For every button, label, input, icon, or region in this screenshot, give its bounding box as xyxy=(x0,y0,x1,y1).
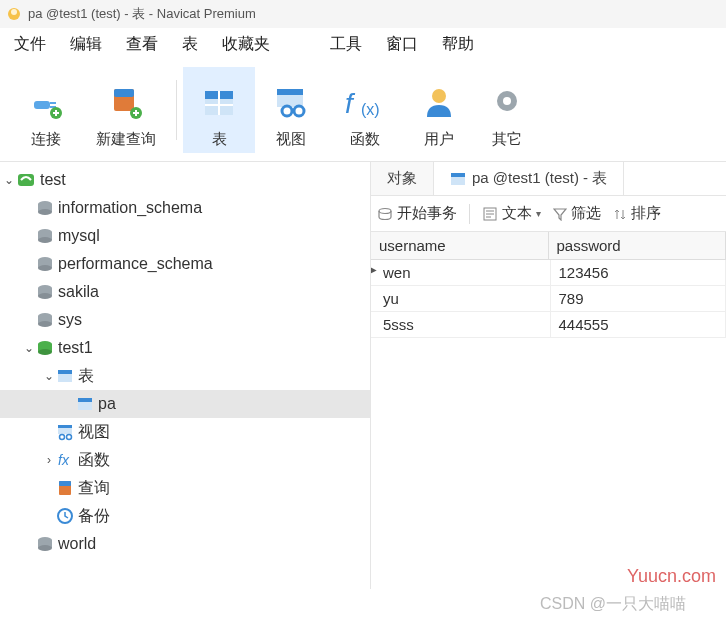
svg-point-60 xyxy=(38,545,52,551)
svg-rect-9 xyxy=(114,89,134,97)
toolbar-new-query-button[interactable]: 新建查询 xyxy=(82,67,170,153)
tree-functions-folder[interactable]: ›fx函数 xyxy=(0,446,370,474)
svg-rect-56 xyxy=(59,481,71,486)
begin-transaction-button[interactable]: 开始事务 xyxy=(377,204,457,223)
svg-rect-7 xyxy=(55,110,57,116)
svg-point-39 xyxy=(38,293,52,299)
menu-help[interactable]: 帮助 xyxy=(442,34,474,55)
sort-button[interactable]: 排序 xyxy=(613,204,661,223)
table-row[interactable]: 5sss 444555 xyxy=(371,312,726,338)
filter-button[interactable]: 筛选 xyxy=(553,204,601,223)
new-query-icon xyxy=(106,82,146,124)
tab-table-pa[interactable]: pa @test1 (test) - 表 xyxy=(434,162,624,195)
toolbar-other-button[interactable]: 其它 xyxy=(475,67,539,153)
svg-point-26 xyxy=(503,97,511,105)
content-pane: 对象 pa @test1 (test) - 表 开始事务 文本▾ 筛选 xyxy=(370,162,726,589)
tabs-row: 对象 pa @test1 (test) - 表 xyxy=(371,162,726,196)
chevron-right-icon[interactable]: › xyxy=(42,453,56,467)
tree-db-sakila[interactable]: sakila xyxy=(0,278,370,306)
tree-db-performance-schema[interactable]: performance_schema xyxy=(0,250,370,278)
tree-db-information-schema[interactable]: information_schema xyxy=(0,194,370,222)
watermark-yuucn: Yuucn.com xyxy=(627,566,716,587)
view-icon xyxy=(271,82,311,124)
toolbar-function-button[interactable]: f(x) 函数 xyxy=(327,67,403,153)
data-grid[interactable]: username password wen 123456 yu 789 5sss… xyxy=(371,232,726,338)
svg-point-36 xyxy=(38,265,52,271)
column-header-password[interactable]: password xyxy=(549,232,727,259)
window-title: pa @test1 (test) - 表 - Navicat Premium xyxy=(28,5,256,23)
table-icon xyxy=(199,82,239,124)
tree-db-sys[interactable]: sys xyxy=(0,306,370,334)
menu-view[interactable]: 查看 xyxy=(126,34,158,55)
tab-objects[interactable]: 对象 xyxy=(371,162,434,195)
tree-tables-folder[interactable]: ⌄表 xyxy=(0,362,370,390)
titlebar: pa @test1 (test) - 表 - Navicat Premium xyxy=(0,0,726,28)
svg-point-45 xyxy=(38,349,52,355)
svg-point-24 xyxy=(432,89,446,103)
table-icon xyxy=(56,367,74,385)
tree-db-world[interactable]: world xyxy=(0,530,370,558)
svg-point-52 xyxy=(60,435,65,440)
tree-backups-folder[interactable]: 备份 xyxy=(0,502,370,530)
menu-window[interactable]: 窗口 xyxy=(386,34,418,55)
toolbar-connect-button[interactable]: 连接 xyxy=(10,67,82,153)
tree-queries-folder[interactable]: 查询 xyxy=(0,474,370,502)
database-icon xyxy=(36,311,54,329)
menubar: 文件 编辑 查看 表 收藏夹 工具 窗口 帮助 xyxy=(0,28,726,63)
sort-icon xyxy=(613,207,627,221)
user-icon xyxy=(419,82,459,124)
svg-point-1 xyxy=(11,9,17,15)
menu-table[interactable]: 表 xyxy=(182,34,198,55)
svg-point-63 xyxy=(379,208,391,213)
transaction-icon xyxy=(377,206,393,222)
app-icon xyxy=(6,6,22,22)
database-icon xyxy=(36,255,54,273)
menu-file[interactable]: 文件 xyxy=(14,34,46,55)
chevron-down-icon[interactable]: ⌄ xyxy=(22,341,36,355)
tree-db-mysql[interactable]: mysql xyxy=(0,222,370,250)
table-row[interactable]: wen 123456 xyxy=(371,260,726,286)
tree-connection-test[interactable]: ⌄ test xyxy=(0,166,370,194)
toolbar-user-button[interactable]: 用户 xyxy=(403,67,475,153)
svg-rect-47 xyxy=(58,370,72,374)
toolbar-table-button[interactable]: 表 xyxy=(183,67,255,153)
menu-edit[interactable]: 编辑 xyxy=(70,34,102,55)
svg-point-19 xyxy=(282,106,292,116)
chevron-down-icon[interactable]: ⌄ xyxy=(2,173,16,187)
svg-text:f: f xyxy=(345,88,356,119)
grid-header[interactable]: username password xyxy=(371,232,726,260)
watermark-csdn: CSDN @一只大喵喵 xyxy=(540,594,686,615)
gear-icon xyxy=(489,82,525,124)
svg-rect-49 xyxy=(78,398,92,402)
object-tree[interactable]: ⌄ test information_schema mysql performa… xyxy=(0,162,370,589)
toolbar-view-button[interactable]: 视图 xyxy=(255,67,327,153)
database-active-icon xyxy=(36,339,54,357)
plug-icon xyxy=(26,82,66,124)
table-row[interactable]: yu 789 xyxy=(371,286,726,312)
query-icon xyxy=(56,479,74,497)
tree-views-folder[interactable]: 视图 xyxy=(0,418,370,446)
svg-point-20 xyxy=(294,106,304,116)
text-mode-button[interactable]: 文本▾ xyxy=(482,204,541,223)
table-icon xyxy=(76,395,94,413)
menu-fav[interactable]: 收藏夹 xyxy=(222,34,270,55)
svg-rect-51 xyxy=(58,425,72,428)
toolbar: 连接 新建查询 表 视图 f(x) 函数 用户 其它 xyxy=(0,63,726,162)
tree-table-pa[interactable]: pa xyxy=(0,390,370,418)
chevron-down-icon[interactable]: ⌄ xyxy=(42,369,56,383)
table-action-bar: 开始事务 文本▾ 筛选 排序 xyxy=(371,196,726,232)
svg-text:(x): (x) xyxy=(361,101,380,118)
svg-text:fx: fx xyxy=(58,452,70,468)
svg-rect-12 xyxy=(135,110,137,116)
column-header-username[interactable]: username xyxy=(371,232,549,259)
menu-tools[interactable]: 工具 xyxy=(330,34,362,55)
database-icon xyxy=(36,199,54,217)
svg-rect-2 xyxy=(34,101,50,109)
database-icon xyxy=(36,535,54,553)
tree-db-test1[interactable]: ⌄test1 xyxy=(0,334,370,362)
function-icon: f(x) xyxy=(341,82,389,124)
database-icon xyxy=(36,227,54,245)
function-icon: fx xyxy=(56,451,74,469)
svg-point-53 xyxy=(67,435,72,440)
backup-icon xyxy=(56,507,74,525)
